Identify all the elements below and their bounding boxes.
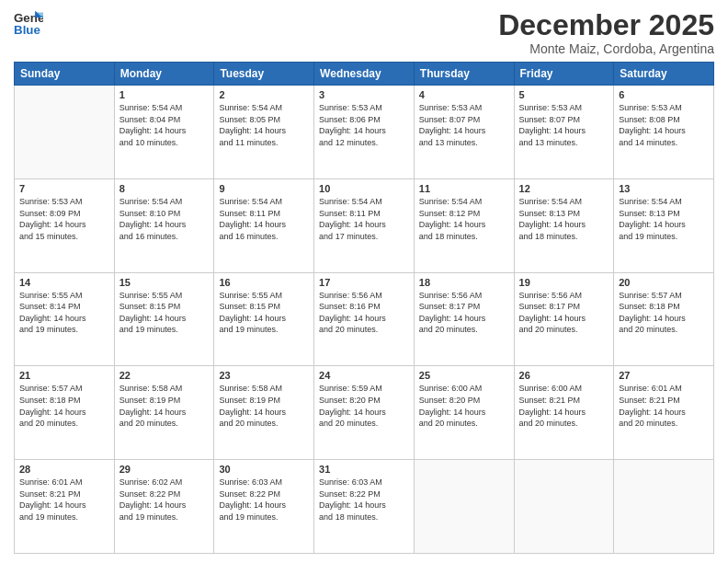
calendar-cell: 1Sunrise: 5:54 AM Sunset: 8:04 PM Daylig… xyxy=(114,86,214,179)
day-number: 2 xyxy=(219,89,309,100)
col-wednesday: Wednesday xyxy=(314,63,415,86)
day-number: 16 xyxy=(219,277,309,288)
calendar-cell: 19Sunrise: 5:56 AM Sunset: 8:17 PM Dayli… xyxy=(514,272,614,366)
day-info: Sunrise: 5:59 AM Sunset: 8:20 PM Dayligh… xyxy=(319,383,409,429)
day-info: Sunrise: 6:01 AM Sunset: 8:21 PM Dayligh… xyxy=(19,477,109,523)
day-info: Sunrise: 6:02 AM Sunset: 8:22 PM Dayligh… xyxy=(119,477,210,523)
calendar-cell: 29Sunrise: 6:02 AM Sunset: 8:22 PM Dayli… xyxy=(114,460,214,554)
calendar-week-row-5: 28Sunrise: 6:01 AM Sunset: 8:21 PM Dayli… xyxy=(15,460,714,554)
calendar-cell xyxy=(514,460,614,554)
calendar-cell: 13Sunrise: 5:54 AM Sunset: 8:13 PM Dayli… xyxy=(614,178,714,272)
day-number: 5 xyxy=(519,89,609,100)
col-saturday: Saturday xyxy=(614,63,714,86)
day-number: 4 xyxy=(419,89,509,100)
day-info: Sunrise: 5:55 AM Sunset: 8:15 PM Dayligh… xyxy=(119,290,210,336)
day-info: Sunrise: 5:54 AM Sunset: 8:11 PM Dayligh… xyxy=(319,196,409,242)
day-info: Sunrise: 5:54 AM Sunset: 8:05 PM Dayligh… xyxy=(219,102,309,148)
calendar-cell: 16Sunrise: 5:55 AM Sunset: 8:15 PM Dayli… xyxy=(214,272,314,366)
logo-icon: General Blue xyxy=(14,9,43,39)
calendar-week-row-1: 1Sunrise: 5:54 AM Sunset: 8:04 PM Daylig… xyxy=(15,86,714,179)
day-number: 1 xyxy=(119,89,210,100)
day-info: Sunrise: 5:53 AM Sunset: 8:08 PM Dayligh… xyxy=(619,102,709,148)
calendar-cell: 2Sunrise: 5:54 AM Sunset: 8:05 PM Daylig… xyxy=(214,86,314,179)
day-info: Sunrise: 5:56 AM Sunset: 8:17 PM Dayligh… xyxy=(419,290,509,336)
day-info: Sunrise: 5:53 AM Sunset: 8:06 PM Dayligh… xyxy=(319,102,409,148)
day-info: Sunrise: 5:56 AM Sunset: 8:16 PM Dayligh… xyxy=(319,290,409,336)
col-monday: Monday xyxy=(114,63,214,86)
day-number: 15 xyxy=(119,277,210,288)
day-info: Sunrise: 5:54 AM Sunset: 8:10 PM Dayligh… xyxy=(119,196,210,242)
calendar-cell: 22Sunrise: 5:58 AM Sunset: 8:19 PM Dayli… xyxy=(114,366,214,460)
calendar-cell: 26Sunrise: 6:00 AM Sunset: 8:21 PM Dayli… xyxy=(514,366,614,460)
calendar-cell: 28Sunrise: 6:01 AM Sunset: 8:21 PM Dayli… xyxy=(15,460,115,554)
day-number: 21 xyxy=(19,370,109,381)
day-info: Sunrise: 5:54 AM Sunset: 8:11 PM Dayligh… xyxy=(219,196,309,242)
col-tuesday: Tuesday xyxy=(214,63,314,86)
day-number: 17 xyxy=(319,277,409,288)
day-info: Sunrise: 5:57 AM Sunset: 8:18 PM Dayligh… xyxy=(619,290,709,336)
page: General Blue December 2025 Monte Maiz, C… xyxy=(0,0,728,563)
calendar-week-row-3: 14Sunrise: 5:55 AM Sunset: 8:14 PM Dayli… xyxy=(15,272,714,366)
calendar-cell: 10Sunrise: 5:54 AM Sunset: 8:11 PM Dayli… xyxy=(314,178,415,272)
day-info: Sunrise: 5:57 AM Sunset: 8:18 PM Dayligh… xyxy=(19,383,109,429)
day-number: 22 xyxy=(119,370,210,381)
calendar-cell: 24Sunrise: 5:59 AM Sunset: 8:20 PM Dayli… xyxy=(314,366,415,460)
calendar-cell: 5Sunrise: 5:53 AM Sunset: 8:07 PM Daylig… xyxy=(514,86,614,179)
day-info: Sunrise: 5:58 AM Sunset: 8:19 PM Dayligh… xyxy=(219,383,309,429)
day-info: Sunrise: 5:54 AM Sunset: 8:04 PM Dayligh… xyxy=(119,102,210,148)
calendar-cell: 20Sunrise: 5:57 AM Sunset: 8:18 PM Dayli… xyxy=(614,272,714,366)
day-number: 14 xyxy=(19,277,109,288)
calendar-cell xyxy=(614,460,714,554)
calendar-cell: 11Sunrise: 5:54 AM Sunset: 8:12 PM Dayli… xyxy=(414,178,514,272)
day-info: Sunrise: 6:00 AM Sunset: 8:21 PM Dayligh… xyxy=(519,383,609,429)
title-block: December 2025 Monte Maiz, Cordoba, Argen… xyxy=(498,9,714,56)
day-info: Sunrise: 6:03 AM Sunset: 8:22 PM Dayligh… xyxy=(219,477,309,523)
day-number: 18 xyxy=(419,277,509,288)
location-title: Monte Maiz, Cordoba, Argentina xyxy=(498,41,714,56)
day-info: Sunrise: 5:55 AM Sunset: 8:14 PM Dayligh… xyxy=(19,290,109,336)
day-number: 3 xyxy=(319,89,409,100)
calendar-cell: 25Sunrise: 6:00 AM Sunset: 8:20 PM Dayli… xyxy=(414,366,514,460)
calendar-cell: 9Sunrise: 5:54 AM Sunset: 8:11 PM Daylig… xyxy=(214,178,314,272)
calendar-cell: 3Sunrise: 5:53 AM Sunset: 8:06 PM Daylig… xyxy=(314,86,415,179)
day-number: 10 xyxy=(319,183,409,194)
day-number: 30 xyxy=(219,464,309,475)
day-number: 29 xyxy=(119,464,210,475)
logo: General Blue xyxy=(14,9,43,39)
day-info: Sunrise: 5:53 AM Sunset: 8:09 PM Dayligh… xyxy=(19,196,109,242)
day-number: 28 xyxy=(19,464,109,475)
calendar-cell: 30Sunrise: 6:03 AM Sunset: 8:22 PM Dayli… xyxy=(214,460,314,554)
day-number: 27 xyxy=(619,370,709,381)
day-number: 11 xyxy=(419,183,509,194)
calendar-cell: 12Sunrise: 5:54 AM Sunset: 8:13 PM Dayli… xyxy=(514,178,614,272)
calendar-cell: 21Sunrise: 5:57 AM Sunset: 8:18 PM Dayli… xyxy=(15,366,115,460)
day-info: Sunrise: 5:56 AM Sunset: 8:17 PM Dayligh… xyxy=(519,290,609,336)
day-info: Sunrise: 5:55 AM Sunset: 8:15 PM Dayligh… xyxy=(219,290,309,336)
day-number: 24 xyxy=(319,370,409,381)
col-sunday: Sunday xyxy=(15,63,115,86)
day-number: 7 xyxy=(19,183,109,194)
day-info: Sunrise: 5:54 AM Sunset: 8:13 PM Dayligh… xyxy=(519,196,609,242)
day-number: 20 xyxy=(619,277,709,288)
calendar-cell: 15Sunrise: 5:55 AM Sunset: 8:15 PM Dayli… xyxy=(114,272,214,366)
day-number: 26 xyxy=(519,370,609,381)
month-title: December 2025 xyxy=(498,9,714,41)
calendar-header-row: Sunday Monday Tuesday Wednesday Thursday… xyxy=(15,63,714,86)
day-number: 9 xyxy=(219,183,309,194)
col-friday: Friday xyxy=(514,63,614,86)
calendar-cell: 7Sunrise: 5:53 AM Sunset: 8:09 PM Daylig… xyxy=(15,178,115,272)
day-info: Sunrise: 5:54 AM Sunset: 8:13 PM Dayligh… xyxy=(619,196,709,242)
day-info: Sunrise: 6:00 AM Sunset: 8:20 PM Dayligh… xyxy=(419,383,509,429)
calendar-cell: 18Sunrise: 5:56 AM Sunset: 8:17 PM Dayli… xyxy=(414,272,514,366)
calendar-week-row-4: 21Sunrise: 5:57 AM Sunset: 8:18 PM Dayli… xyxy=(15,366,714,460)
day-info: Sunrise: 5:58 AM Sunset: 8:19 PM Dayligh… xyxy=(119,383,210,429)
col-thursday: Thursday xyxy=(414,63,514,86)
day-number: 31 xyxy=(319,464,409,475)
day-info: Sunrise: 6:03 AM Sunset: 8:22 PM Dayligh… xyxy=(319,477,409,523)
calendar-table: Sunday Monday Tuesday Wednesday Thursday… xyxy=(14,62,714,554)
day-info: Sunrise: 5:53 AM Sunset: 8:07 PM Dayligh… xyxy=(419,102,509,148)
calendar-cell: 14Sunrise: 5:55 AM Sunset: 8:14 PM Dayli… xyxy=(15,272,115,366)
calendar-week-row-2: 7Sunrise: 5:53 AM Sunset: 8:09 PM Daylig… xyxy=(15,178,714,272)
day-info: Sunrise: 5:54 AM Sunset: 8:12 PM Dayligh… xyxy=(419,196,509,242)
day-number: 12 xyxy=(519,183,609,194)
